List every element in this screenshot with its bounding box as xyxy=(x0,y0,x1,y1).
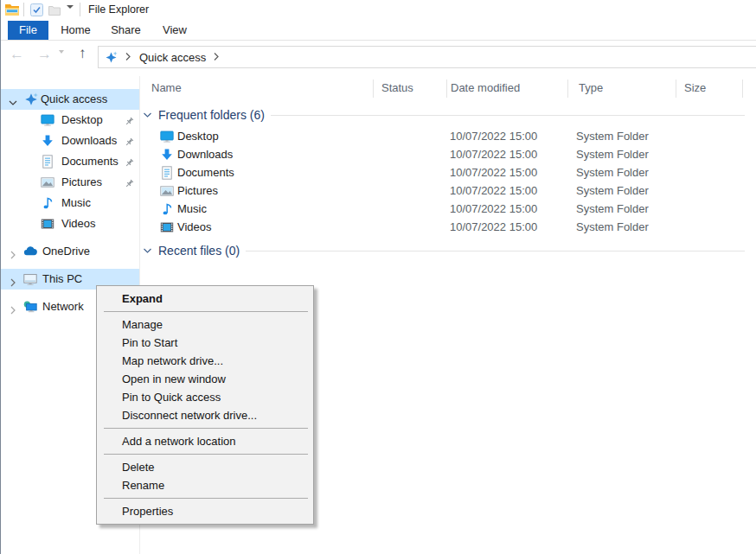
file-explorer-icon xyxy=(4,3,20,16)
group-header-frequent-folders[interactable]: Frequent folders (6) xyxy=(143,107,745,123)
sidebar-item-desktop[interactable]: Desktop xyxy=(1,110,139,131)
navigation-toolbar: ← → ↑ Quick access xyxy=(1,41,756,76)
chevron-right-icon[interactable] xyxy=(9,247,17,256)
file-type: System Folder xyxy=(576,163,649,181)
music-icon xyxy=(41,196,54,210)
chevron-down-icon[interactable] xyxy=(9,95,17,104)
desktop-icon xyxy=(41,113,54,127)
file-date-modified: 10/07/2022 15:00 xyxy=(450,145,537,163)
back-icon[interactable]: ← xyxy=(10,43,24,66)
tab-share[interactable]: Share xyxy=(103,21,149,40)
downloads-icon xyxy=(160,148,174,162)
group-divider-line xyxy=(271,115,745,116)
onedrive-icon xyxy=(23,245,37,258)
menu-item-pin-to-quick-access[interactable]: Pin to Quick access xyxy=(97,388,313,406)
separator xyxy=(23,3,24,16)
column-separator[interactable] xyxy=(373,80,374,98)
sidebar-item-onedrive[interactable]: OneDrive xyxy=(1,241,139,262)
file-date-modified: 10/07/2022 15:00 xyxy=(450,163,537,181)
menu-item-add-a-network-location[interactable]: Add a network location xyxy=(97,432,313,450)
file-date-modified: 10/07/2022 15:00 xyxy=(450,127,537,145)
address-bar[interactable]: Quick access xyxy=(98,46,756,68)
videos-icon xyxy=(41,217,54,231)
chevron-down-icon xyxy=(143,243,152,258)
menu-item-rename[interactable]: Rename xyxy=(97,476,313,494)
menu-item-manage[interactable]: Manage xyxy=(97,315,313,334)
file-date-modified: 10/07/2022 15:00 xyxy=(450,218,537,236)
breadcrumb-chevron-icon[interactable] xyxy=(214,49,220,65)
column-header-status[interactable]: Status xyxy=(381,81,413,94)
title-bar: File Explorer xyxy=(1,0,756,21)
quick-access-star-icon xyxy=(105,51,118,64)
tab-file[interactable]: File xyxy=(8,21,48,40)
file-date-modified: 10/07/2022 15:00 xyxy=(450,181,537,200)
column-header-name[interactable]: Name xyxy=(151,81,182,94)
column-separator[interactable] xyxy=(742,80,743,98)
pin-icon[interactable] xyxy=(124,136,134,146)
sidebar-item-downloads[interactable]: Downloads xyxy=(1,131,139,151)
pictures-icon xyxy=(160,184,174,198)
group-header-recent-files[interactable]: Recent files (0) xyxy=(143,243,745,258)
pictures-icon xyxy=(41,175,54,189)
menu-item-map-network-drive[interactable]: Map network drive... xyxy=(97,352,313,370)
sidebar-item-pictures[interactable]: Pictures xyxy=(1,172,139,193)
videos-icon xyxy=(160,220,174,234)
pin-icon[interactable] xyxy=(124,177,134,188)
network-icon xyxy=(23,300,37,314)
documents-icon xyxy=(41,155,54,169)
file-name: Desktop xyxy=(177,127,219,145)
file-row-documents[interactable]: Documents 10/07/2022 15:00 System Folder xyxy=(139,163,756,181)
tab-home[interactable]: Home xyxy=(52,21,99,40)
file-row-desktop[interactable]: Desktop 10/07/2022 15:00 System Folder xyxy=(139,127,756,145)
forward-icon[interactable]: → xyxy=(37,43,52,66)
sidebar-item-music[interactable]: Music xyxy=(1,193,139,213)
column-header-type[interactable]: Type xyxy=(579,81,603,94)
column-header-date-modified[interactable]: Date modified xyxy=(451,81,520,94)
sidebar-item-videos[interactable]: Videos xyxy=(1,213,139,234)
chevron-right-icon[interactable] xyxy=(9,302,17,311)
ribbon-tabs: File Home Share View xyxy=(1,21,756,41)
file-row-pictures[interactable]: Pictures 10/07/2022 15:00 System Folder xyxy=(139,181,756,200)
window-title: File Explorer xyxy=(88,3,149,16)
music-icon xyxy=(160,202,174,216)
file-row-downloads[interactable]: Downloads 10/07/2022 15:00 System Folder xyxy=(139,145,756,163)
file-name: Videos xyxy=(177,218,212,236)
menu-separator xyxy=(104,498,308,499)
tab-view[interactable]: View xyxy=(152,21,197,40)
file-explorer-window: File Explorer File Home Share View ← → ↑… xyxy=(0,0,756,554)
file-type: System Folder xyxy=(576,218,649,236)
file-date-modified: 10/07/2022 15:00 xyxy=(450,200,537,218)
file-name: Music xyxy=(177,200,207,218)
breadcrumb-chevron-icon[interactable] xyxy=(125,49,131,65)
menu-item-pin-to-start[interactable]: Pin to Start xyxy=(97,334,313,352)
menu-item-properties[interactable]: Properties xyxy=(97,502,313,520)
menu-separator xyxy=(104,454,308,455)
quick-access-star-icon xyxy=(24,92,38,106)
column-header-size[interactable]: Size xyxy=(684,81,706,94)
desktop-icon xyxy=(160,130,174,143)
column-separator[interactable] xyxy=(676,80,676,98)
menu-item-disconnect-network-drive[interactable]: Disconnect network drive... xyxy=(97,406,313,424)
recent-locations-icon[interactable] xyxy=(59,54,64,69)
up-icon[interactable]: ↑ xyxy=(79,42,86,65)
breadcrumb-item-quick-access[interactable]: Quick access xyxy=(139,51,206,64)
file-row-music[interactable]: Music 10/07/2022 15:00 System Folder xyxy=(139,200,756,218)
group-divider-line xyxy=(246,251,745,252)
menu-item-delete[interactable]: Delete xyxy=(97,458,313,476)
file-name: Documents xyxy=(177,163,234,181)
new-folder-icon[interactable] xyxy=(48,4,61,16)
sidebar-item-documents[interactable]: Documents xyxy=(1,151,139,172)
pin-icon[interactable] xyxy=(124,115,134,125)
chevron-right-icon[interactable] xyxy=(9,275,17,283)
file-row-videos[interactable]: Videos 10/07/2022 15:00 System Folder xyxy=(139,218,756,236)
menu-item-open-in-new-window[interactable]: Open in new window xyxy=(97,370,313,388)
column-separator[interactable] xyxy=(446,80,447,98)
pin-icon[interactable] xyxy=(124,156,134,167)
properties-icon[interactable] xyxy=(30,3,43,16)
column-separator[interactable] xyxy=(567,80,568,98)
menu-separator xyxy=(104,428,308,429)
sidebar-item-quick-access[interactable]: Quick access xyxy=(1,89,139,110)
documents-icon xyxy=(160,166,174,180)
menu-item-expand[interactable]: Expand xyxy=(97,290,313,308)
file-type: System Folder xyxy=(576,181,649,200)
